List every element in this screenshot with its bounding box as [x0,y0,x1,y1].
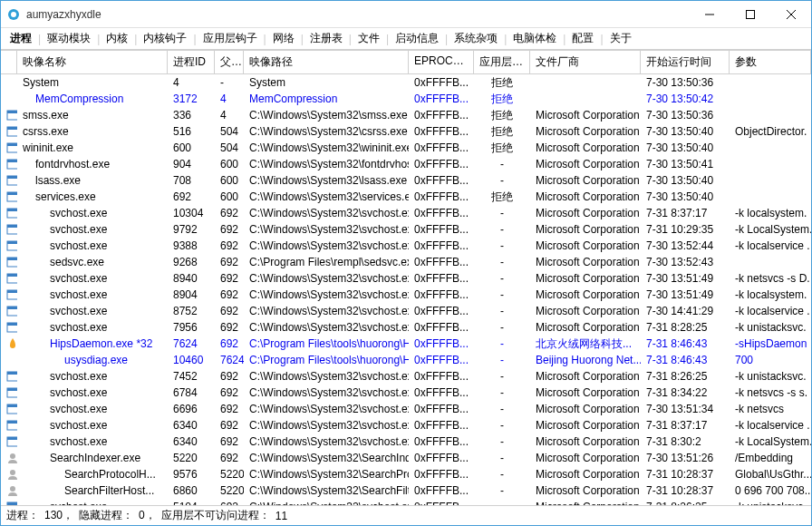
menu-5[interactable]: 网络 [267,29,300,48]
svg-rect-7 [7,111,17,113]
cell-path: C:\Program Files\tools\huorong\H... [244,353,409,367]
menu-7[interactable]: 文件 [353,29,385,48]
table-row[interactable]: HipsDaemon.exe *327624692C:\Program File… [1,336,811,352]
cell-vendor: Microsoft Corporation [530,255,641,269]
table-row[interactable]: svchost.exe9388692C:\Windows\System32\sv… [1,238,811,254]
menu-1[interactable]: 驱动模块 [42,29,96,48]
menu-10[interactable]: 电脑体检 [508,29,562,48]
cell-args: Global\UsGthr... [730,467,811,482]
cell-name: svchost.exe [17,222,168,237]
cell-access: - [474,385,530,400]
cell-ppid: 692 [215,451,244,465]
table-row[interactable]: svchost.exe8904692C:\Windows\System32\sv… [1,287,811,303]
table-row[interactable]: wininit.exe600504C:\Windows\System32\win… [1,140,811,156]
cell-vendor: Microsoft Corporation [530,222,641,237]
col-header[interactable]: EPROCESS [409,51,474,73]
table-row[interactable]: svchost.exe6696692C:\Windows\System32\sv… [1,401,811,417]
menu-0[interactable]: 进程 [5,29,37,48]
status-proc-label: 进程： [6,508,39,523]
cell-time: 7-30 13:50:41 [641,157,730,171]
cell-access: 拒绝 [474,107,530,124]
cell-ppid: 504 [215,124,244,139]
table-row[interactable]: SearchIndexer.exe5220692C:\Windows\Syste… [1,450,811,466]
table-row[interactable]: sedsvc.exe9268692C:\Program Files\rempl\… [1,254,811,270]
table-row[interactable]: svchost.exe6340692C:\Windows\System32\sv… [1,417,811,433]
cell-time: 7-31 10:28:37 [641,467,730,482]
cell-pid: 6860 [168,483,215,498]
menu-3[interactable]: 内核钩子 [138,29,192,48]
cell-access: - [474,483,530,498]
table-row[interactable]: svchost.exe9792692C:\Windows\System32\sv… [1,221,811,238]
menu-6[interactable]: 注册表 [304,29,348,48]
table-row[interactable]: svchost.exe6340692C:\Windows\System32\sv… [1,433,811,450]
cell-access: - [474,206,530,220]
cell-args: -k localsystem. [730,206,811,220]
table-row[interactable]: services.exe692600C:\Windows\System32\se… [1,189,811,205]
close-button[interactable] [770,1,811,27]
cell-ppid: 692 [215,304,244,318]
col-header[interactable]: 开始运行时间 [641,51,730,73]
col-header[interactable]: 参数 [730,51,811,73]
table-row[interactable]: smss.exe3364C:\Windows\System32\smss.exe… [1,107,811,123]
process-icon [6,93,17,105]
col-icon[interactable] [1,51,17,73]
table-row[interactable]: SearchProtocolH...95765220C:\Windows\Sys… [1,466,811,482]
cell-access: - [474,271,530,286]
minimize-button[interactable] [689,1,730,27]
process-icon [6,76,17,89]
cell-time: 7-30 13:50:36 [641,75,730,90]
col-header[interactable]: 进程ID [168,51,215,73]
table-row[interactable]: lsass.exe708600C:\Windows\System32\lsass… [1,172,811,189]
table-row[interactable]: svchost.exe7956692C:\Windows\System32\sv… [1,319,811,336]
process-icon [6,468,17,481]
cell-pid: 7624 [168,336,215,351]
cell-args [730,147,811,149]
cell-name: svchost.exe [17,320,168,335]
menu-2[interactable]: 内核 [101,29,133,48]
table-row[interactable]: csrss.exe516504C:\Windows\System32\csrss… [1,123,811,140]
table-row[interactable]: SearchFilterHost...68605220C:\Windows\Sy… [1,482,811,499]
cell-eprocess: 0xFFFFB... [409,287,474,302]
cell-ppid: 692 [215,434,244,449]
cell-args: -k localservice . [730,418,811,433]
col-header[interactable]: 父... [215,51,244,73]
col-header[interactable]: 应用层访... [474,51,530,73]
table-row[interactable]: svchost.exe8752692C:\Windows\System32\sv… [1,303,811,319]
table-row[interactable]: svchost.exe10304692C:\Windows\System32\s… [1,205,811,221]
table-row[interactable]: fontdrvhost.exe904600C:\Windows\System32… [1,156,811,172]
cell-eprocess: 0xFFFFB... [409,336,474,351]
menu-11[interactable]: 配置 [566,29,599,48]
table-row[interactable]: svchost.exe8940692C:\Windows\System32\sv… [1,270,811,287]
table-row[interactable]: MemCompression31724MemCompression0xFFFFB… [1,91,811,107]
maximize-button[interactable] [730,1,770,27]
table-row[interactable]: svchost.exe5104692C:\Windows\System32\sv… [1,499,811,505]
svg-point-1 [11,12,16,17]
cell-args: -k unistacksvc. [730,369,811,384]
svg-rect-33 [7,323,17,326]
table-row[interactable]: svchost.exe6784692C:\Windows\System32\sv… [1,385,811,401]
menu-9[interactable]: 系统杂项 [449,29,503,48]
cell-eprocess: 0xFFFFB... [409,402,474,416]
table-row[interactable]: System4-System0xFFFFB...拒绝7-30 13:50:36 [1,74,811,91]
menu-12[interactable]: 关于 [604,29,637,48]
table-row[interactable]: usysdiag.exe104607624C:\Program Files\to… [1,352,811,368]
menu-4[interactable]: 应用层钩子 [198,29,263,48]
row-icon-cell [1,173,17,188]
col-header[interactable]: 文件厂商 [530,51,641,73]
titlebar[interactable]: aumyazxhyxdle [1,1,811,28]
col-header[interactable]: 映像路径 [244,51,409,73]
cell-ppid: 692 [215,271,244,286]
cell-time: 7-30 13:50:42 [641,92,730,106]
cell-pid: 5104 [168,500,215,505]
process-table[interactable]: 映像名称进程ID父...映像路径EPROCESS应用层访...文件厂商开始运行时… [1,50,811,505]
menu-8[interactable]: 启动信息 [390,29,444,48]
cell-vendor: Microsoft Corporation [530,271,641,286]
cell-pid: 692 [168,190,215,204]
cell-vendor: Microsoft Corporation [530,385,641,400]
cell-name: HipsDaemon.exe *32 [17,336,168,351]
col-header[interactable]: 映像名称 [17,51,168,73]
process-icon [6,256,17,268]
cell-time: 7-31 8:37:17 [641,418,730,433]
table-row[interactable]: svchost.exe7452692C:\Windows\System32\sv… [1,368,811,385]
svg-rect-11 [7,143,17,146]
